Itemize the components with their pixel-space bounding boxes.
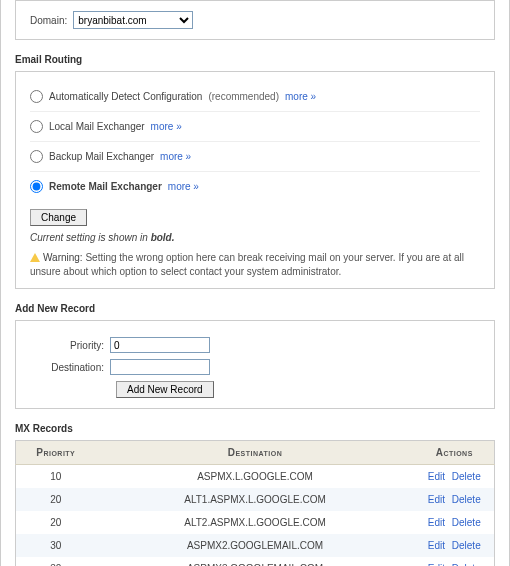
cell-priority: 30	[16, 534, 96, 557]
domain-select[interactable]: bryanbibat.com	[73, 11, 193, 29]
cell-actions: Edit Delete	[415, 534, 495, 557]
more-link[interactable]: more »	[285, 91, 316, 102]
routing-radio[interactable]	[30, 120, 43, 133]
more-link[interactable]: more »	[168, 181, 199, 192]
domain-label: Domain:	[30, 15, 67, 26]
priority-label: Priority:	[30, 340, 110, 351]
change-button[interactable]: Change	[30, 209, 87, 226]
add-record-heading: Add New Record	[15, 303, 495, 314]
more-link[interactable]: more »	[160, 151, 191, 162]
warning-icon	[30, 253, 40, 262]
routing-option: Automatically Detect Configuration (reco…	[30, 82, 480, 112]
col-destination: Destination	[96, 441, 415, 465]
routing-option-label: Local Mail Exchanger	[49, 121, 145, 132]
routing-option: Remote Mail Exchanger more »	[30, 172, 480, 201]
cell-destination: ALT1.ASPMX.L.GOOGLE.COM	[96, 488, 415, 511]
routing-option-label: Automatically Detect Configuration	[49, 91, 202, 102]
current-setting-note: Current setting is shown in bold.	[30, 232, 480, 243]
cell-destination: ASPMX2.GOOGLEMAIL.COM	[96, 534, 415, 557]
add-record-button[interactable]: Add New Record	[116, 381, 214, 398]
domain-panel: Domain: bryanbibat.com	[15, 0, 495, 40]
edit-link[interactable]: Edit	[428, 471, 445, 482]
cell-priority: 20	[16, 511, 96, 534]
destination-input[interactable]	[110, 359, 210, 375]
routing-radio[interactable]	[30, 180, 43, 193]
table-row: 20ALT2.ASPMX.L.GOOGLE.COMEdit Delete	[16, 511, 495, 534]
table-row: 20ALT1.ASPMX.L.GOOGLE.COMEdit Delete	[16, 488, 495, 511]
add-record-panel: Priority: Destination: Add New Record	[15, 320, 495, 409]
table-row: 30ASPMX2.GOOGLEMAIL.COMEdit Delete	[16, 534, 495, 557]
cell-actions: Edit Delete	[415, 511, 495, 534]
delete-link[interactable]: Delete	[452, 540, 481, 551]
col-actions: Actions	[415, 441, 495, 465]
routing-radio[interactable]	[30, 150, 43, 163]
cell-destination: ASPMX3.GOOGLEMAIL.COM	[96, 557, 415, 566]
priority-input[interactable]	[110, 337, 210, 353]
routing-option-label: Backup Mail Exchanger	[49, 151, 154, 162]
edit-link[interactable]: Edit	[428, 540, 445, 551]
email-routing-panel: Automatically Detect Configuration (reco…	[15, 71, 495, 289]
routing-option-label: Remote Mail Exchanger	[49, 181, 162, 192]
mx-records-heading: MX Records	[15, 423, 495, 434]
email-routing-heading: Email Routing	[15, 54, 495, 65]
destination-label: Destination:	[30, 362, 110, 373]
more-link[interactable]: more »	[151, 121, 182, 132]
edit-link[interactable]: Edit	[428, 494, 445, 505]
routing-option-suffix: (recommended)	[208, 91, 279, 102]
routing-option: Local Mail Exchanger more »	[30, 112, 480, 142]
cell-destination: ALT2.ASPMX.L.GOOGLE.COM	[96, 511, 415, 534]
cell-destination: ASPMX.L.GOOGLE.COM	[96, 465, 415, 489]
mx-records-table: Priority Destination Actions 10ASPMX.L.G…	[15, 440, 495, 566]
delete-link[interactable]: Delete	[452, 517, 481, 528]
warning-text: Warning: Setting the wrong option here c…	[30, 251, 480, 278]
table-row: 30ASPMX3.GOOGLEMAIL.COMEdit Delete	[16, 557, 495, 566]
edit-link[interactable]: Edit	[428, 517, 445, 528]
table-row: 10ASPMX.L.GOOGLE.COMEdit Delete	[16, 465, 495, 489]
cell-priority: 30	[16, 557, 96, 566]
cell-actions: Edit Delete	[415, 488, 495, 511]
col-priority: Priority	[16, 441, 96, 465]
cell-priority: 20	[16, 488, 96, 511]
routing-option: Backup Mail Exchanger more »	[30, 142, 480, 172]
delete-link[interactable]: Delete	[452, 494, 481, 505]
cell-actions: Edit Delete	[415, 557, 495, 566]
cell-priority: 10	[16, 465, 96, 489]
routing-radio[interactable]	[30, 90, 43, 103]
delete-link[interactable]: Delete	[452, 471, 481, 482]
cell-actions: Edit Delete	[415, 465, 495, 489]
